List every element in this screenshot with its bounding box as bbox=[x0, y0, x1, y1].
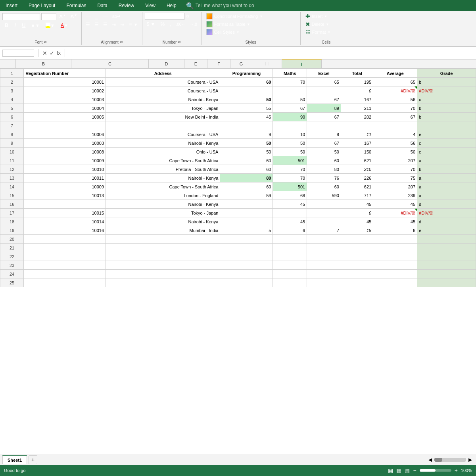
sheet-tab-sheet1[interactable]: Sheet1 bbox=[2, 455, 27, 464]
cell-F1[interactable]: Excel bbox=[307, 69, 341, 78]
cell-E8[interactable]: 10 bbox=[273, 130, 307, 139]
cell-G8[interactable]: 11 bbox=[341, 130, 373, 139]
cell-C10[interactable]: Ohio - USA bbox=[106, 148, 220, 156]
cell-F14[interactable]: 60 bbox=[307, 182, 341, 191]
col-header-G[interactable]: G bbox=[230, 60, 252, 68]
tab-insert[interactable]: Insert bbox=[0, 0, 23, 11]
cell-H1[interactable]: Average bbox=[373, 69, 417, 78]
cell-F19[interactable]: 7 bbox=[307, 226, 341, 235]
cell-I25[interactable] bbox=[417, 278, 476, 287]
cell-I18[interactable]: d bbox=[417, 217, 476, 226]
cell-E2[interactable]: 70 bbox=[273, 78, 307, 86]
cell-D6[interactable]: 45 bbox=[220, 113, 273, 121]
cell-D14[interactable]: 60 bbox=[220, 182, 273, 191]
scroll-left-btn[interactable]: ◀ bbox=[427, 456, 434, 463]
cell-F7[interactable] bbox=[307, 121, 341, 130]
cell-E7[interactable] bbox=[273, 121, 307, 130]
cell-D25[interactable] bbox=[220, 278, 273, 287]
merge-cells-btn[interactable]: ☰ ▼ bbox=[127, 21, 140, 28]
cell-F18[interactable] bbox=[307, 217, 341, 226]
cell-H19[interactable]: 6 bbox=[373, 226, 417, 235]
cell-D24[interactable] bbox=[220, 270, 273, 278]
cell-E13[interactable]: 70 bbox=[273, 174, 307, 182]
cell-D16[interactable] bbox=[220, 200, 273, 209]
cell-H12[interactable]: 70 bbox=[373, 165, 417, 174]
cell-C6[interactable]: New Delhi - India bbox=[106, 113, 220, 121]
underline-btn[interactable]: U bbox=[19, 21, 28, 29]
cell-B9[interactable]: 10003 bbox=[24, 139, 106, 148]
col-header-H[interactable]: H bbox=[252, 60, 282, 68]
cell-D1[interactable]: Programming bbox=[220, 69, 273, 78]
cell-D2[interactable]: 60 bbox=[220, 78, 273, 86]
cell-C16[interactable]: Nairobi - Kenya bbox=[106, 200, 220, 209]
add-sheet-btn[interactable]: + bbox=[29, 455, 37, 464]
cell-B23[interactable] bbox=[24, 261, 106, 270]
cell-D22[interactable] bbox=[220, 252, 273, 261]
cell-H14[interactable]: 207 bbox=[373, 182, 417, 191]
cell-G18[interactable]: 45 bbox=[341, 217, 373, 226]
tell-me-input[interactable]: Tell me what you want to do bbox=[196, 3, 254, 8]
currency-btn[interactable]: $ ▼ bbox=[145, 21, 157, 28]
increase-font-btn[interactable]: A▲ bbox=[58, 13, 67, 20]
cell-D18[interactable] bbox=[220, 217, 273, 226]
cell-G10[interactable]: 150 bbox=[341, 148, 373, 156]
cell-E21[interactable] bbox=[273, 244, 307, 252]
cell-B8[interactable]: 10006 bbox=[24, 130, 106, 139]
cell-B3[interactable]: 10002 bbox=[24, 86, 106, 95]
cancel-icon[interactable]: ✕ bbox=[42, 50, 47, 56]
cell-B21[interactable] bbox=[24, 244, 106, 252]
page-layout-btn[interactable]: ▩ bbox=[396, 467, 401, 474]
cell-G12[interactable]: 210 bbox=[341, 165, 373, 174]
cell-G23[interactable] bbox=[341, 261, 373, 270]
number-format-dropdown[interactable]: General▼ bbox=[145, 13, 184, 20]
cell-E12[interactable]: 70 bbox=[273, 165, 307, 174]
cell-B17[interactable]: 10015 bbox=[24, 209, 106, 217]
cell-D12[interactable]: 60 bbox=[220, 165, 273, 174]
cell-F20[interactable] bbox=[307, 235, 341, 244]
border-btn[interactable]: ■ ▼ bbox=[29, 22, 42, 29]
cell-F9[interactable]: 67 bbox=[307, 139, 341, 148]
bold-btn[interactable]: B bbox=[2, 21, 11, 29]
cell-H6[interactable]: 67 bbox=[373, 113, 417, 121]
cell-I9[interactable]: c bbox=[417, 139, 476, 148]
confirm-icon[interactable]: ✓ bbox=[50, 50, 54, 56]
cell-I23[interactable] bbox=[417, 261, 476, 270]
cell-G25[interactable] bbox=[341, 278, 373, 287]
cell-E6[interactable]: 90 bbox=[273, 113, 307, 121]
cell-F17[interactable] bbox=[307, 209, 341, 217]
cell-D21[interactable] bbox=[220, 244, 273, 252]
cell-B2[interactable]: 10001 bbox=[24, 78, 106, 86]
cell-I15[interactable]: a bbox=[417, 191, 476, 200]
cell-G13[interactable]: 226 bbox=[341, 174, 373, 182]
cell-B20[interactable] bbox=[24, 235, 106, 244]
cell-F10[interactable]: 50 bbox=[307, 148, 341, 156]
tab-data[interactable]: Data bbox=[92, 0, 113, 11]
cell-G17[interactable]: 0 bbox=[341, 209, 373, 217]
cell-H17[interactable]: #DIV/0! bbox=[373, 209, 417, 217]
cell-E10[interactable]: 50 bbox=[273, 148, 307, 156]
cell-I21[interactable] bbox=[417, 244, 476, 252]
cell-I19[interactable]: e bbox=[417, 226, 476, 235]
cell-H20[interactable] bbox=[373, 235, 417, 244]
cell-H13[interactable]: 75 bbox=[373, 174, 417, 182]
cell-I13[interactable]: a bbox=[417, 174, 476, 182]
cell-D7[interactable] bbox=[220, 121, 273, 130]
cell-G6[interactable]: 202 bbox=[341, 113, 373, 121]
cell-I17[interactable]: #DIV/0! bbox=[417, 209, 476, 217]
page-break-btn[interactable]: ▧ bbox=[405, 467, 410, 474]
tab-view[interactable]: View bbox=[140, 0, 161, 11]
cell-F8[interactable]: -8 bbox=[307, 130, 341, 139]
cell-I1[interactable]: Grade bbox=[417, 69, 476, 78]
cell-D10[interactable]: 50 bbox=[220, 148, 273, 156]
cell-G1[interactable]: Total bbox=[341, 69, 373, 78]
cell-H25[interactable] bbox=[373, 278, 417, 287]
cell-C2[interactable]: Coursera - USA bbox=[106, 78, 220, 86]
cell-H8[interactable]: 4 bbox=[373, 130, 417, 139]
tab-formulas[interactable]: Formulas bbox=[61, 0, 92, 11]
tab-help[interactable]: Help bbox=[161, 0, 182, 11]
format-cells-btn[interactable]: ☷ Format ▼ bbox=[304, 29, 349, 36]
number-format-expand[interactable]: ⧉ bbox=[185, 13, 190, 19]
cell-H5[interactable]: 70 bbox=[373, 104, 417, 113]
cell-F23[interactable] bbox=[307, 261, 341, 270]
align-bottom-btn[interactable]: ― bbox=[101, 13, 109, 20]
